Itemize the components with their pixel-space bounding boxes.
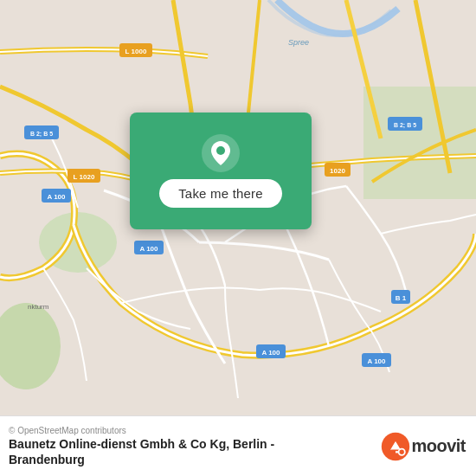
bottom-bar: © OpenStreetMap contributors Baunetz Onl…: [0, 415, 476, 476]
take-me-there-button[interactable]: Take me there: [159, 179, 282, 208]
svg-text:Spree: Spree: [288, 38, 309, 47]
svg-text:nkturm: nkturm: [28, 303, 49, 311]
svg-text:A 100: A 100: [367, 357, 386, 365]
svg-text:A 100: A 100: [261, 349, 280, 357]
map-pin-icon: [202, 134, 240, 172]
svg-text:L 1020: L 1020: [74, 173, 95, 181]
bottom-info: © OpenStreetMap contributors Baunetz Onl…: [9, 426, 274, 466]
moovit-label: moovit: [411, 436, 466, 456]
svg-text:1020: 1020: [330, 167, 345, 175]
svg-text:B 2; B 5: B 2; B 5: [30, 131, 53, 138]
place-name: Baunetz Online-dienst Gmbh & Co Kg, Berl…: [9, 437, 274, 451]
svg-text:L 1000: L 1000: [125, 48, 147, 55]
svg-text:A 100: A 100: [139, 245, 158, 253]
svg-rect-2: [363, 87, 476, 199]
svg-text:B 2; B 5: B 2; B 5: [394, 122, 416, 129]
place-name-2: Brandenburg: [9, 453, 274, 466]
svg-text:A 100: A 100: [47, 193, 66, 201]
moovit-icon: [380, 431, 411, 462]
location-card: Take me there: [130, 113, 312, 229]
attribution-text: © OpenStreetMap contributors: [9, 426, 274, 435]
moovit-logo: moovit: [380, 431, 466, 462]
svg-text:B 1: B 1: [396, 294, 407, 302]
svg-point-27: [216, 146, 225, 155]
svg-point-29: [399, 448, 405, 454]
map-container: A 100 A 100 A 100 A 100 B 2; B 5 B 2; B …: [0, 0, 476, 415]
